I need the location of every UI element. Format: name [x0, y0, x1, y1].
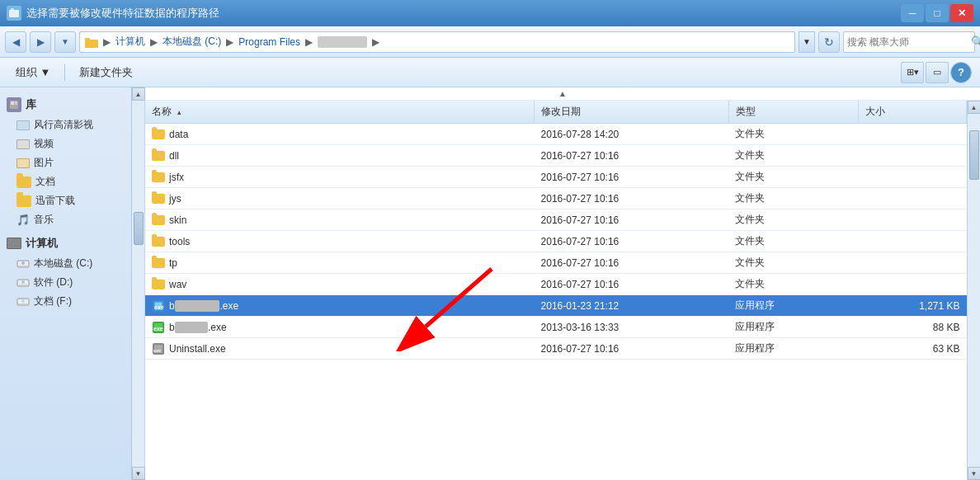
file-date-cell: 2016-07-27 10:16 — [535, 274, 729, 295]
file-type-cell: 文件夹 — [728, 188, 858, 209]
up-button[interactable]: ▼ — [54, 31, 76, 53]
sidebar-library-header[interactable]: 库 — [0, 94, 131, 115]
organize-button[interactable]: 组织 ▼ — [8, 62, 58, 83]
sidebar-scroll-thumb[interactable] — [134, 212, 144, 245]
table-row[interactable]: jys2016-07-27 10:16文件夹 — [145, 188, 967, 209]
path-app-folder[interactable]: ■■■■■■ — [318, 36, 367, 48]
sidebar: 库 风行高清影视 视频 图片 文档 迅雷下载 — [0, 87, 132, 480]
folder-icon — [152, 129, 165, 139]
sidebar-label-drive-c: 本地磁盘 (C:) — [34, 256, 92, 271]
sidebar-item-pictures[interactable]: 图片 — [0, 153, 131, 172]
svg-point-9 — [21, 261, 25, 265]
file-type-cell: 文件夹 — [728, 209, 858, 231]
file-type-cell: 文件夹 — [728, 274, 858, 295]
file-scroll-thumb[interactable] — [969, 130, 979, 180]
file-name-text: tp — [169, 257, 177, 269]
file-size-cell — [858, 124, 966, 145]
exe2-icon: exe — [152, 321, 165, 334]
sidebar-label-documents: 文档 — [35, 175, 55, 189]
table-row[interactable]: tools2016-07-27 10:16文件夹 — [145, 231, 967, 252]
sidebar-scroll-down[interactable]: ▼ — [132, 467, 145, 480]
sidebar-label-drive-f: 文档 (F:) — [34, 294, 72, 308]
minimize-button[interactable]: ─ — [901, 4, 924, 22]
table-row[interactable]: uni Uninstall.exe2016-07-27 10:16应用程序63 … — [145, 338, 967, 360]
sidebar-label-xunlei: 迅雷下载 — [35, 194, 75, 208]
table-row[interactable]: tp2016-07-27 10:16文件夹 — [145, 252, 967, 274]
file-name-cell: uni Uninstall.exe — [145, 338, 535, 360]
file-date-cell: 2016-07-28 14:20 — [535, 124, 729, 145]
file-type-cell: 应用程序 — [728, 295, 858, 317]
table-row[interactable]: exe b■■■■■.exe2013-03-16 13:33应用程序88 KB — [145, 317, 967, 338]
file-size-cell — [858, 252, 966, 274]
path-drive-c[interactable]: 本地磁盘 (C:) — [163, 35, 221, 49]
view-grid-button[interactable]: ⊞▾ — [901, 62, 924, 83]
table-row[interactable]: data2016-07-28 14:20文件夹 — [145, 124, 967, 145]
file-date-cell: 2016-07-27 10:16 — [535, 231, 729, 252]
path-computer[interactable]: 计算机 — [115, 35, 145, 49]
folder-icon — [152, 215, 165, 225]
path-program-files[interactable]: Program Files — [238, 36, 300, 48]
file-type-cell: 文件夹 — [728, 231, 858, 252]
col-header-date[interactable]: 修改日期 — [535, 101, 729, 124]
file-name-cell: tp — [145, 252, 535, 274]
video-icon — [16, 139, 30, 149]
file-date-cell: 2016-07-27 10:16 — [535, 338, 729, 360]
file-size-cell: 1,271 KB — [858, 295, 966, 317]
folder-icon — [152, 237, 165, 247]
file-name-text: b■■■■■.exe — [169, 322, 227, 333]
sidebar-label-pictures: 图片 — [34, 156, 54, 170]
svg-rect-5 — [11, 101, 14, 105]
col-header-type[interactable]: 类型 — [728, 101, 858, 124]
file-date-cell: 2016-07-27 10:16 — [535, 188, 729, 209]
folder-icon — [152, 280, 165, 289]
sidebar-scroll-up[interactable]: ▲ — [132, 87, 145, 101]
drive-f-icon — [16, 297, 30, 307]
sidebar-item-video[interactable]: 视频 — [0, 134, 131, 153]
col-header-name[interactable]: 名称 ▲ — [145, 101, 535, 124]
table-row[interactable]: wav2016-07-27 10:16文件夹 — [145, 274, 967, 295]
sidebar-item-drive-f[interactable]: 文档 (F:) — [0, 292, 131, 311]
sidebar-item-drive-d[interactable]: 软件 (D:) — [0, 273, 131, 292]
search-input[interactable] — [847, 36, 971, 48]
file-scroll-up[interactable]: ▲ — [968, 101, 981, 114]
file-scroll-down[interactable]: ▼ — [968, 467, 981, 480]
forward-button[interactable]: ▶ — [30, 31, 51, 53]
sort-up-arrow: ▲ — [558, 89, 567, 98]
refresh-button[interactable]: ↻ — [818, 31, 840, 53]
file-name-text: b■■■■■■■.exe — [169, 300, 238, 312]
file-size-cell: 88 KB — [858, 317, 966, 338]
back-button[interactable]: ◀ — [5, 31, 26, 53]
table-row[interactable]: jsfx2016-07-27 10:16文件夹 — [145, 167, 967, 188]
file-type-cell: 应用程序 — [728, 338, 858, 360]
search-icon[interactable]: 🔍 — [971, 34, 980, 50]
close-button[interactable]: ✕ — [950, 4, 973, 22]
sidebar-label-video: 视频 — [34, 137, 54, 151]
help-button[interactable]: ? — [950, 62, 972, 83]
file-scrollbar[interactable]: ▲ ▼ — [967, 101, 980, 480]
sidebar-item-fengxing[interactable]: 风行高清影视 — [0, 115, 131, 134]
table-row[interactable]: exe b■■■■■■■.exe2016-01-23 21:12应用程序1,27… — [145, 295, 967, 317]
table-row[interactable]: dll2016-07-27 10:16文件夹 — [145, 145, 967, 167]
path-dropdown[interactable]: ▼ — [799, 31, 815, 53]
table-row[interactable]: skin2016-07-27 10:16文件夹 — [145, 209, 967, 231]
sidebar-item-music[interactable]: 🎵 音乐 — [0, 210, 131, 229]
file-name-text: jsfx — [169, 172, 184, 183]
title-bar-controls: ─ □ ✕ — [901, 4, 973, 22]
sidebar-scrollbar[interactable]: ▲ ▼ — [132, 87, 145, 480]
sidebar-item-drive-c[interactable]: 本地磁盘 (C:) — [0, 254, 131, 273]
file-area: ▲ 名称 ▲ 修改日期 — [145, 87, 980, 480]
sidebar-library-label: 库 — [26, 97, 36, 112]
sidebar-computer-header[interactable]: 计算机 — [0, 233, 131, 254]
picture-icon — [16, 158, 30, 168]
sidebar-item-xunlei[interactable]: 迅雷下载 — [0, 191, 131, 210]
sidebar-item-documents[interactable]: 文档 — [0, 172, 131, 191]
file-name-text: wav — [169, 279, 186, 290]
file-name-text: skin — [169, 214, 186, 226]
svg-rect-8 — [18, 266, 28, 267]
col-header-size[interactable]: 大小 — [858, 101, 966, 124]
search-box: 🔍 — [843, 31, 975, 53]
file-date-cell: 2013-03-16 13:33 — [535, 317, 729, 338]
new-folder-button[interactable]: 新建文件夹 — [72, 62, 140, 83]
view-preview-button[interactable]: ▭ — [926, 62, 949, 83]
maximize-button[interactable]: □ — [926, 4, 949, 22]
